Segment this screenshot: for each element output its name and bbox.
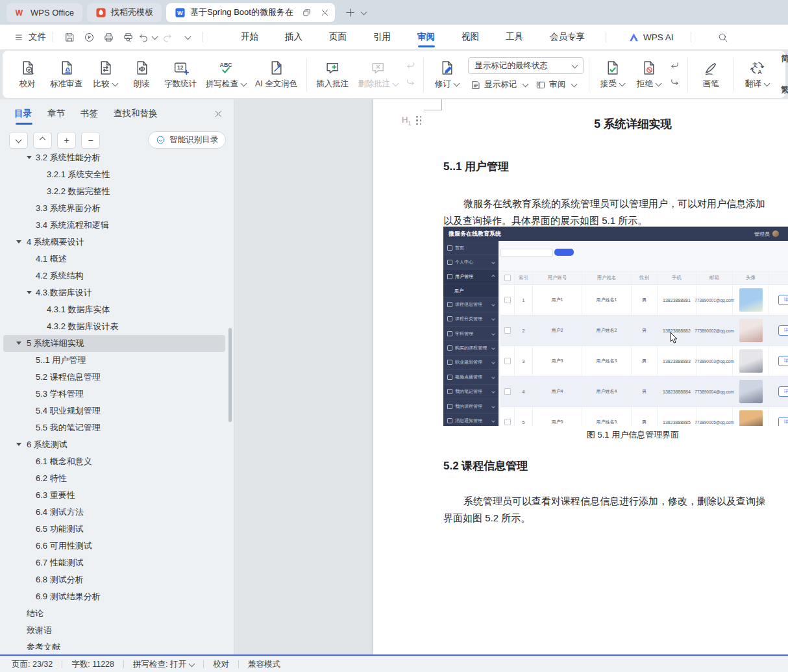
- save-button[interactable]: [60, 29, 79, 45]
- window-restore-icon[interactable]: [302, 8, 312, 18]
- toc-item[interactable]: 致谢语: [3, 622, 225, 639]
- app-menu-首页[interactable]: 首页: [443, 241, 499, 255]
- accept-change-button[interactable]: 接受: [595, 56, 630, 93]
- toc-collapse-arrow-icon[interactable]: [27, 156, 32, 159]
- spell-check-button[interactable]: ABC 拼写检查: [202, 56, 250, 93]
- toc-item[interactable]: 3.4 系统流程和逻辑: [3, 217, 225, 234]
- reject-change-button[interactable]: 拒绝: [631, 56, 666, 93]
- toc-item[interactable]: 6.2 特性: [3, 470, 225, 487]
- tab-document-active[interactable]: W 基于Spring Boot的微服务在: [166, 3, 335, 22]
- export-pdf-button[interactable]: P: [79, 29, 99, 45]
- to-traditional-button[interactable]: 简→ 转繁: [778, 47, 788, 71]
- undo-button[interactable]: [138, 29, 157, 45]
- status-spell-check[interactable]: 拼写检查: 打开: [133, 659, 194, 670]
- read-aloud-button[interactable]: 朗读: [124, 56, 159, 93]
- toc-item[interactable]: 4.2 系统结构: [3, 268, 225, 284]
- show-markup-button[interactable]: 显示标记: [468, 78, 530, 92]
- markup-state-select[interactable]: 显示标记的最终状态: [468, 57, 584, 74]
- heading-level-badge[interactable]: H1: [402, 115, 422, 127]
- app-menu-课程信息管理[interactable]: 课程信息管理: [443, 297, 499, 311]
- toc-zoom-in-button[interactable]: +: [57, 132, 76, 149]
- menu-tab-开始[interactable]: 开始: [237, 25, 262, 49]
- toc-item[interactable]: 5..1 用户管理: [3, 352, 225, 369]
- standard-review-button[interactable]: 标准审查: [46, 56, 86, 93]
- status-word-count[interactable]: 字数: 11228: [71, 659, 114, 670]
- toc-item[interactable]: 3.2.2 数据完整性: [3, 183, 225, 200]
- app-menu-职业规划管理[interactable]: 职业规划管理: [443, 355, 499, 369]
- toc-item[interactable]: 结论: [3, 605, 225, 622]
- status-page-number[interactable]: 页面: 23/32: [12, 659, 53, 670]
- select-all-checkbox[interactable]: [504, 275, 511, 281]
- smart-toc-button[interactable]: 智能识别目录: [148, 131, 226, 149]
- toc-item[interactable]: 4.3.数据库设计: [3, 284, 225, 301]
- toc-item[interactable]: 4.3.1 数据库实体: [3, 301, 225, 318]
- toc-item[interactable]: 6.8 测试分析: [3, 571, 225, 588]
- toc-expand-all-button[interactable]: [9, 132, 28, 149]
- delete-comment-button[interactable]: 删除批注: [354, 56, 402, 93]
- print-button[interactable]: [99, 29, 118, 45]
- app-menu-学科管理[interactable]: 学科管理: [443, 326, 499, 340]
- toc-item[interactable]: 参考文献: [3, 639, 225, 650]
- toc-item[interactable]: 3.2 系统性能分析: [3, 149, 225, 166]
- toc-item[interactable]: 6.5 功能测试: [3, 521, 225, 538]
- tab-close-icon[interactable]: [320, 8, 330, 18]
- app-menu-视频点播管理[interactable]: 视频点播管理: [443, 369, 499, 384]
- toc-collapse-all-button[interactable]: [33, 132, 52, 149]
- toc-item[interactable]: 5.3 学科管理: [3, 386, 225, 403]
- app-menu-课程分类管理[interactable]: 课程分类管理: [443, 312, 499, 326]
- toc-item[interactable]: 6.3 重要性: [3, 487, 225, 504]
- toc-item[interactable]: 6.4 测试方法: [3, 504, 225, 521]
- previous-change-icon[interactable]: [669, 60, 680, 71]
- toc-item[interactable]: 5.4 职业规划管理: [3, 403, 225, 419]
- app-menu-我的课程管理[interactable]: 我的课程管理: [443, 399, 499, 413]
- row-checkbox[interactable]: [504, 388, 511, 395]
- next-comment-icon[interactable]: [405, 77, 416, 88]
- sidebar-tab-查找和替换[interactable]: 查找和替换: [114, 108, 158, 125]
- toc-item[interactable]: 5.5 我的笔记管理: [3, 419, 225, 436]
- sidebar-close-icon[interactable]: [214, 109, 223, 119]
- document-page[interactable]: H1 5 系统详细实现 5..1 用户管理 微服务在线教育系统的系统管理员可以管…: [373, 99, 788, 654]
- row-checkbox[interactable]: [504, 327, 511, 334]
- toc-item[interactable]: 3.2.1 系统安全性: [3, 166, 225, 183]
- toc-item[interactable]: 6.7 性能测试: [3, 554, 225, 571]
- toc-zoom-out-button[interactable]: −: [81, 132, 100, 149]
- toc-item[interactable]: 5 系统详细实现: [3, 335, 225, 352]
- track-changes-button[interactable]: 修订: [429, 56, 464, 93]
- menu-tab-工具[interactable]: 工具: [502, 25, 527, 49]
- toc-item[interactable]: 6 系统测试: [3, 436, 225, 453]
- to-simplified-button[interactable]: 繁→ 转简: [778, 78, 788, 103]
- tab-list-chevron-icon[interactable]: [360, 8, 367, 15]
- drag-handle-icon[interactable]: [416, 116, 422, 125]
- review-pane-button[interactable]: 审阅: [533, 78, 579, 92]
- compare-button[interactable]: 比较: [88, 56, 123, 93]
- toc-item[interactable]: 3.3 系统界面分析: [3, 200, 225, 217]
- menu-tab-审阅[interactable]: 审阅: [413, 25, 439, 49]
- sidebar-scrollbar-thumb[interactable]: [228, 328, 232, 422]
- translate-button[interactable]: 文A 翻译: [739, 56, 774, 93]
- app-menu-消息通知管理[interactable]: 消息通知管理: [443, 413, 499, 426]
- menu-tab-页面[interactable]: 页面: [325, 25, 351, 49]
- menu-tab-视图[interactable]: 视图: [458, 25, 483, 49]
- toc-item[interactable]: 5.2 课程信息管理: [3, 369, 225, 386]
- ai-polish-button[interactable]: AI 全文润色: [251, 56, 301, 93]
- app-menu-用户[interactable]: 用户: [443, 284, 499, 297]
- next-change-icon[interactable]: [669, 77, 680, 88]
- menu-tab-会员专享[interactable]: 会员专享: [546, 25, 589, 49]
- redo-button[interactable]: [157, 29, 177, 45]
- row-checkbox[interactable]: [504, 358, 511, 364]
- toc-collapse-arrow-icon[interactable]: [16, 443, 21, 446]
- menu-tab-插入[interactable]: 插入: [281, 25, 306, 49]
- print-preview-button[interactable]: [118, 29, 138, 45]
- toc-collapse-arrow-icon[interactable]: [16, 342, 21, 345]
- search-button[interactable]: [717, 32, 728, 43]
- proofread-button[interactable]: 校对: [10, 56, 45, 93]
- file-menu[interactable]: 文件: [14, 31, 46, 43]
- app-menu-用户管理[interactable]: 用户管理: [443, 269, 499, 284]
- menu-tab-引用[interactable]: 引用: [369, 25, 395, 49]
- toc-item[interactable]: 6.6 可用性测试: [3, 538, 225, 554]
- ink-pen-button[interactable]: 画笔: [693, 56, 728, 93]
- toc-item[interactable]: 6.1 概念和意义: [3, 453, 225, 470]
- app-menu-我的笔记管理[interactable]: 我的笔记管理: [443, 384, 499, 399]
- sidebar-tab-书签[interactable]: 书签: [80, 108, 98, 125]
- row-checkbox[interactable]: [504, 297, 511, 303]
